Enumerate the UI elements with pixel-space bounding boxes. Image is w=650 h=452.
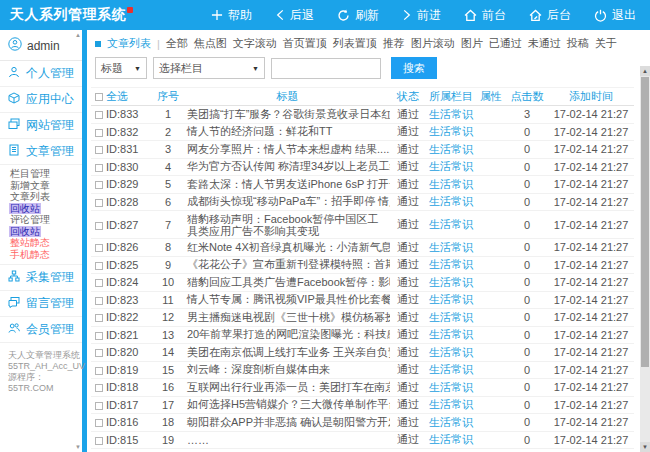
row-title-link[interactable]: 《花花公子》宣布重新刊登裸模特照：首期曝光 xyxy=(185,256,390,274)
row-category-link[interactable]: 生活常识 xyxy=(426,379,476,397)
row-category-link[interactable]: 生活常识 xyxy=(426,123,476,141)
row-title-link[interactable]: 红米Note 4X初音绿真机曝光：小清新气息十足 xyxy=(185,239,390,257)
row-category-link[interactable]: 生活常识 xyxy=(426,239,476,257)
row-title-link[interactable]: 美团搞“打车”服务？谷歌街景竟收录日本红灯区！ xyxy=(185,106,390,124)
row-title-link[interactable]: 网友分享照片：情人节本来想虚构 结果...... xyxy=(185,141,390,159)
sidebar-item-collect[interactable]: 采集管理 xyxy=(0,265,82,291)
row-category-link[interactable]: 生活常识 xyxy=(426,158,476,176)
row-checkbox[interactable] xyxy=(95,384,103,392)
category-select[interactable]: 选择栏目 ▼ xyxy=(153,57,265,79)
row-title-link[interactable]: 互联网出行行业再添一员：美团打车在南京低调试运行 xyxy=(185,379,390,397)
filter-tab[interactable]: 全部 xyxy=(166,36,188,51)
tab-article-list[interactable]: 文章列表 xyxy=(107,36,151,51)
row-category-link[interactable]: 生活常识 xyxy=(426,431,476,449)
row-title-link[interactable]: 20年前苹果打造的网吧渲染图曝光：科技感十足 xyxy=(185,326,390,344)
main-scrollbar[interactable]: ▲ ▼ xyxy=(640,66,650,452)
back-button[interactable]: 后退 xyxy=(275,7,314,24)
row-category-link[interactable]: 生活常识 xyxy=(426,326,476,344)
filter-tab[interactable]: 已通过 xyxy=(489,36,522,51)
row-checkbox[interactable] xyxy=(95,199,103,207)
frontend-button[interactable]: 前台 xyxy=(464,7,506,24)
scroll-down-icon[interactable]: ▼ xyxy=(640,442,650,452)
submenu-item[interactable]: 整站静态 xyxy=(9,237,82,249)
row-category-link[interactable]: 生活常识 xyxy=(426,256,476,274)
search-input[interactable] xyxy=(271,58,381,79)
row-checkbox[interactable] xyxy=(95,129,103,137)
search-button[interactable]: 搜索 xyxy=(391,57,437,79)
help-button[interactable]: 帮助 xyxy=(211,7,252,24)
row-title-link[interactable]: 情人节的经济问题：鲜花和TT xyxy=(185,123,390,141)
sidebar-item-website[interactable]: 网站管理 xyxy=(0,113,82,139)
row-category-link[interactable]: 生活常识 xyxy=(426,361,476,379)
logout-button[interactable]: 退出 xyxy=(594,7,636,24)
row-title-link[interactable]: 刘云峰：深度剖析自媒体由来 xyxy=(185,361,390,379)
row-checkbox[interactable] xyxy=(95,297,103,305)
sidebar-item-apps[interactable]: 应用中心 xyxy=(0,87,82,113)
row-checkbox[interactable] xyxy=(95,146,103,154)
filter-tab[interactable]: 列表置顶 xyxy=(333,36,377,51)
row-title-link[interactable]: 情人节专属：腾讯视频VIP最具性价比套餐来了 xyxy=(185,291,390,309)
row-title-link[interactable]: 如何选择H5营销媒介？三大微传单制作平台对比给你看 xyxy=(185,396,390,414)
row-checkbox[interactable] xyxy=(95,181,103,189)
submenu-item[interactable]: 栏目管理 xyxy=(9,168,82,180)
row-checkbox[interactable] xyxy=(95,349,103,357)
sidebar-item-members[interactable]: 会员管理 xyxy=(0,317,82,343)
field-select[interactable]: 标题 ▼ xyxy=(95,57,147,79)
row-category-link[interactable]: 生活常识 xyxy=(426,193,476,211)
row-title-link[interactable]: 套路太深：情人节男友送iPhone 6sP 打开一看... xyxy=(185,176,390,194)
row-checkbox[interactable] xyxy=(95,164,103,172)
row-title-link[interactable]: 男主播痴迷电视剧《三世十桃》模仿杨幂扮相惊艳众人 xyxy=(185,309,390,327)
sidebar-item-personal[interactable]: 个人管理 xyxy=(0,61,82,87)
sidebar-item-messages[interactable]: 留言管理 xyxy=(0,291,82,317)
row-checkbox[interactable] xyxy=(95,279,103,287)
row-checkbox[interactable] xyxy=(95,314,103,322)
filter-tab[interactable]: 文字滚动 xyxy=(233,36,277,51)
forward-button[interactable]: 前进 xyxy=(402,7,441,24)
sidebar-scroll-up-icon[interactable]: ▲ xyxy=(75,32,81,38)
row-checkbox[interactable] xyxy=(95,419,103,427)
row-category-link[interactable]: 生活常识 xyxy=(426,309,476,327)
scroll-up-icon[interactable]: ▲ xyxy=(640,66,650,76)
row-title-link[interactable]: 朝阳群众APP并非恶搞 确认是朝阳警方开发 xyxy=(185,414,390,432)
row-checkbox[interactable] xyxy=(95,262,103,270)
row-title-link[interactable]: 猎豹移动声明：Facebook暂停中国区工具类应用广告不影响其变现 xyxy=(185,211,390,239)
row-category-link[interactable]: 生活常识 xyxy=(426,291,476,309)
row-category-link[interactable]: 生活常识 xyxy=(426,211,476,239)
row-category-link[interactable]: 生活常识 xyxy=(426,274,476,292)
row-category-link[interactable]: 生活常识 xyxy=(426,344,476,362)
filter-tab[interactable]: 关于 xyxy=(595,36,617,51)
row-checkbox[interactable] xyxy=(95,402,103,410)
row-checkbox[interactable] xyxy=(95,437,103,445)
refresh-button[interactable]: 刷新 xyxy=(337,7,379,24)
backend-button[interactable]: 后台 xyxy=(529,7,571,24)
row-category-link[interactable]: 生活常识 xyxy=(426,106,476,124)
row-title-link[interactable]: 华为官方否认传闻 称清理34岁以上老员工纯属谣言 xyxy=(185,158,390,176)
filter-tab[interactable]: 焦点图 xyxy=(194,36,227,51)
row-category-link[interactable]: 生活常识 xyxy=(426,414,476,432)
row-checkbox[interactable] xyxy=(95,222,103,230)
row-category-link[interactable]: 生活常识 xyxy=(426,176,476,194)
select-all-header[interactable]: 全选 xyxy=(91,88,151,106)
submenu-item[interactable]: 回收站 xyxy=(9,226,82,238)
submenu-item[interactable]: 文章列表 xyxy=(9,191,82,203)
row-title-link[interactable]: 成都街头惊现“移动PaPa车”：招手即停 情人节特供 xyxy=(185,193,390,211)
scrollbar-thumb[interactable] xyxy=(641,77,649,367)
row-checkbox[interactable] xyxy=(95,111,103,119)
row-category-link[interactable]: 生活常识 xyxy=(426,141,476,159)
filter-tab[interactable]: 未通过 xyxy=(528,36,561,51)
row-checkbox[interactable] xyxy=(95,244,103,252)
row-checkbox[interactable] xyxy=(95,332,103,340)
submenu-item[interactable]: 新增文章 xyxy=(9,180,82,192)
filter-tab[interactable]: 图片滚动 xyxy=(411,36,455,51)
row-checkbox[interactable] xyxy=(95,367,103,375)
filter-tab[interactable]: 投稿 xyxy=(567,36,589,51)
row-category-link[interactable]: 生活常识 xyxy=(426,396,476,414)
filter-tab[interactable]: 推荐 xyxy=(383,36,405,51)
row-title-link[interactable]: 猎豹回应工具类广告遭Facebook暂停：影响非常有限 xyxy=(185,274,390,292)
filter-tab[interactable]: 图片 xyxy=(461,36,483,51)
submenu-item[interactable]: 回收站 xyxy=(9,203,82,215)
row-title-link[interactable]: …… xyxy=(185,431,390,449)
sidebar-scroll-down-icon[interactable]: ▼ xyxy=(75,444,81,450)
sidebar-item-articles[interactable]: 文章管理 xyxy=(0,139,82,165)
select-all-checkbox[interactable] xyxy=(95,93,103,101)
